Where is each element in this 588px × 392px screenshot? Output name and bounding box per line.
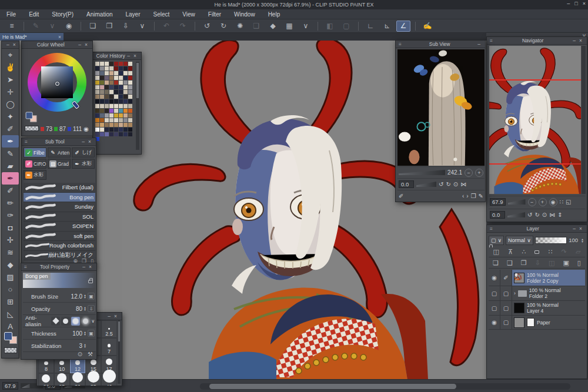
stepper-icon[interactable]: ▲▼ [83, 294, 86, 299]
color-swatch[interactable] [105, 132, 109, 136]
color-swatch[interactable] [114, 99, 118, 103]
edit-checkbox[interactable]: ▢ [500, 316, 512, 329]
minimize-icon[interactable]: – [82, 139, 85, 145]
delete-layer-icon[interactable]: ▯ [577, 259, 581, 267]
chevron-down-icon[interactable]: ∨ [91, 319, 95, 324]
color-swatch[interactable] [119, 95, 123, 99]
decoration-tool[interactable]: ✒ [2, 172, 19, 185]
dynamics-button[interactable]: ▣ [88, 293, 95, 300]
eyedropper-icon[interactable]: ✐ [399, 193, 403, 199]
color-swatch[interactable] [95, 76, 99, 80]
expand-folder-icon[interactable]: › [514, 290, 516, 296]
color-swatch[interactable] [128, 128, 132, 132]
reference-layer-icon[interactable]: ⊼ [508, 248, 513, 256]
menu-item[interactable]: Select [147, 11, 176, 18]
sub-tool-group-tab[interactable]: ✒ 水彩 [72, 159, 95, 169]
color-swatch-pair[interactable] [26, 112, 37, 122]
close-icon[interactable]: × [579, 38, 582, 43]
color-swatch[interactable] [100, 62, 104, 66]
new-document-icon[interactable]: ❏ [86, 21, 100, 32]
zoom-value[interactable]: 67.9 [490, 198, 506, 206]
operation-tool[interactable]: ➤ [2, 73, 19, 86]
brush-size-cell[interactable]: 7 [101, 338, 117, 356]
soft pen[interactable]: soft pen [24, 232, 95, 242]
color-swatch[interactable] [119, 62, 123, 66]
color-swatch[interactable] [105, 99, 109, 103]
color-swatch[interactable] [128, 109, 132, 113]
reset-rotation-icon[interactable]: ⊙ [453, 181, 458, 187]
color-swatch[interactable] [100, 99, 104, 103]
scrollbar[interactable] [118, 320, 121, 384]
color-swatch[interactable] [100, 66, 104, 71]
close-icon[interactable]: × [13, 42, 16, 48]
angle-slider[interactable] [416, 182, 436, 187]
dropdown-icon[interactable]: ∨ [135, 21, 149, 32]
color-swatch[interactable] [109, 99, 113, 103]
color-swatch[interactable] [128, 113, 132, 118]
menu-item[interactable]: View [176, 11, 202, 18]
menu-item[interactable]: Layer [119, 11, 147, 18]
color-swatch[interactable] [95, 99, 99, 103]
color-swatch[interactable] [123, 104, 128, 108]
color-swatch[interactable] [109, 95, 113, 99]
zoom-slider[interactable] [508, 199, 526, 205]
sub-tool-group-tab[interactable]: ✒ 水彩 [24, 170, 46, 180]
minimize-icon[interactable]: – [6, 42, 9, 48]
color-swatch[interactable] [114, 104, 118, 108]
close-icon[interactable]: × [579, 226, 582, 232]
sv-cursor[interactable] [55, 82, 59, 86]
snap-special-ruler-icon[interactable]: ⊾ [380, 21, 394, 32]
opacity-row[interactable]: Opacity 80 ▲▼ ⇩ [23, 303, 96, 315]
color-swatch[interactable] [119, 104, 123, 108]
color-swatch[interactable] [109, 85, 113, 89]
color-swatch[interactable] [100, 118, 104, 122]
selection-tool[interactable]: ◯ [2, 98, 19, 110]
clip-studio-logo-icon[interactable]: ◉ [62, 21, 76, 32]
auto-select-tool[interactable]: ✦ [2, 110, 19, 123]
layer-row[interactable]: ◉ ▢ Paper [489, 316, 585, 330]
minimize-icon[interactable]: – [477, 41, 480, 47]
close-button[interactable]: × [583, 1, 586, 6]
stepper-icon[interactable]: ▲▼ [83, 306, 86, 311]
blend-category-dropdown[interactable]: ▢ ∨ [489, 236, 504, 245]
color-swatch[interactable] [95, 109, 99, 113]
gradient-tool[interactable]: ▨ [2, 271, 19, 283]
dropdown-icon[interactable]: ∨ [299, 21, 313, 32]
color-swatch[interactable] [128, 71, 132, 75]
new-folder-icon[interactable]: ❐ [521, 259, 527, 267]
fill-bucket-icon[interactable]: ◆ [266, 21, 280, 32]
color-swatch[interactable] [95, 71, 99, 75]
saturation-value-square[interactable] [41, 66, 73, 98]
lock-transparent-icon[interactable]: ∷ [548, 248, 552, 256]
transparent-color-swatch[interactable] [25, 126, 39, 131]
undo-icon[interactable]: ↶ [159, 21, 173, 32]
brush-size-cell[interactable]: 25 [54, 373, 70, 386]
layer-row[interactable]: ▢ ▢ 100 % Normal Layer 4 [489, 301, 585, 316]
close-icon[interactable]: × [114, 313, 117, 319]
stabilization-row[interactable]: Stabilization 3 ▲▼ [23, 340, 96, 352]
visibility-eye-icon[interactable]: ◉ [489, 270, 500, 286]
color-swatch[interactable] [105, 118, 109, 122]
aa-none-option[interactable] [51, 317, 60, 326]
color-swatch[interactable] [95, 62, 99, 66]
new-vector-layer-icon[interactable]: ❑ [507, 259, 513, 267]
menu-item[interactable]: Filter [202, 11, 228, 18]
pen-tool[interactable]: ✒ [2, 135, 19, 148]
stepper-icon[interactable]: ▲▼ [83, 343, 86, 348]
color-swatch[interactable] [128, 104, 132, 108]
pencil-tool[interactable]: ✎ [2, 148, 19, 160]
color-swatch[interactable] [114, 85, 118, 89]
color-swatch[interactable] [100, 81, 104, 85]
brush-size-row[interactable]: Brush Size 12.0 ▲▼ ▣ [23, 290, 96, 303]
color-swatch[interactable] [105, 62, 109, 66]
close-icon[interactable]: × [85, 42, 88, 48]
color-swatch[interactable] [123, 71, 128, 75]
document-tab[interactable]: He is Mad* × [0, 33, 64, 41]
dynamics-button[interactable]: ▣ [88, 330, 95, 337]
rotate-right-icon[interactable]: ↻ [446, 181, 450, 187]
zoom-in-icon[interactable]: + [475, 169, 483, 177]
color-swatch[interactable] [114, 128, 118, 132]
thickness-row[interactable]: Thickness 100 ▲▼ ▣ [23, 327, 96, 340]
color-swatch[interactable] [105, 85, 109, 89]
color-swatch[interactable] [128, 81, 132, 85]
